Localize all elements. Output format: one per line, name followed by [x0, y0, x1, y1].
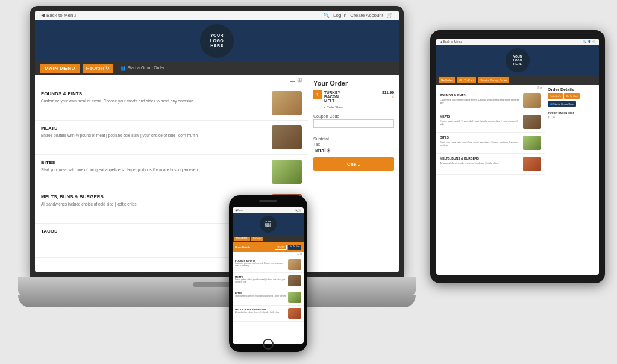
order-panel: Your Order 1 TURKEY BACON MELT $11.99 × … [308, 75, 399, 267]
laptop-base [18, 277, 416, 295]
order-item-remove-btn[interactable]: × [383, 95, 394, 99]
menu-item-image [272, 91, 302, 115]
tab-back-label[interactable]: ◀ Back to Menu [440, 40, 462, 43]
ph-menu-item[interactable]: MEATS Entrée platters with ½ pound of me… [233, 273, 304, 289]
tab-nav: ReOrder Go To Cart Start a Group Order [436, 75, 599, 85]
group-order-label: Start a Group Order [127, 66, 164, 70]
tab-order-items: TURKEY BACON MELT $11.99 [548, 111, 597, 119]
ph-menu-item[interactable]: BITES Start your meal with one of our gr… [233, 289, 304, 306]
create-account-link[interactable]: Create Account [350, 13, 383, 18]
login-link[interactable]: Log In [333, 13, 346, 18]
tab-reorder-btn[interactable]: ReOrder [439, 77, 455, 83]
tab-order-panel: Order Details ReOrder ↻ Go To Cart 👥 Sta… [545, 85, 599, 271]
order-divider [313, 133, 394, 133]
ph-cart-action[interactable]: Go To Cart [288, 245, 301, 250]
phone-speaker [259, 200, 277, 202]
grid-view-icon[interactable]: ⊞ [297, 77, 302, 83]
search-icon[interactable]: 🔍 [324, 13, 330, 18]
coupon-input[interactable] [313, 119, 394, 128]
order-item-row: 1 TURKEY BACON MELT $11.99 × [313, 90, 394, 103]
chevron-left-icon: ◀ [41, 13, 45, 18]
list-view-icon[interactable]: ☰ [290, 77, 295, 83]
back-to-menu-link[interactable]: ◀ Back to Menu [41, 13, 76, 18]
phone-device: ◀ Back 🔍 🛒 YOUR LOGO HERE MAIN MENU ReOr… [229, 195, 307, 352]
ph-menu-item[interactable]: POUNDS & PINTS Customize your own meal o… [233, 257, 304, 273]
tablet-device: ◀ Back to Menu 🔍 👤 🛒 YOUR LOGO HERE ReOr… [430, 30, 605, 283]
tab-menu-item[interactable]: MELTS, BUNS & BURGERS All sandwiches inc… [436, 154, 545, 175]
total-label: Total $ [313, 148, 330, 154]
ph-logo-circle: YOUR LOGO HERE [260, 216, 277, 233]
tab-order-title: Order Details [548, 87, 597, 92]
phone-screen: ◀ Back 🔍 🛒 YOUR LOGO HERE MAIN MENU ReOr… [233, 207, 304, 344]
order-item-price: $11.99 [382, 90, 394, 95]
ph-menu-img [288, 308, 301, 319]
ph-order-strip: Order Details ReOrder Go To Cart [233, 242, 304, 252]
main-menu-tab[interactable]: MAIN MENU [40, 64, 80, 73]
tab-menu-img [523, 93, 541, 108]
tablet-screen: ◀ Back to Menu 🔍 👤 🛒 YOUR LOGO HERE ReOr… [436, 39, 599, 275]
order-qty: 1 [313, 90, 322, 99]
menu-item-desc: Customize your own meal or event. Choose… [41, 98, 267, 104]
tax-label: Tax [313, 142, 320, 146]
ph-header: ◀ Back 🔍 🛒 [233, 207, 304, 213]
tab-cart-action[interactable]: Go To Cart [564, 93, 579, 99]
tab-menu-item[interactable]: POUNDS & PINTS Customize your own meal o… [436, 90, 545, 111]
menu-item-content: BITES Start your meal with one of our gr… [41, 160, 267, 184]
order-subtotal-row: Subtotal [313, 137, 394, 141]
header-right: 🔍 Log In Create Account 🛒 [324, 13, 393, 18]
tab-main: ☰ ⊞ POUNDS & PINTS Customize your own me… [436, 85, 599, 271]
subtotal-label: Subtotal [313, 137, 329, 141]
menu-item-title: BITES [41, 160, 267, 165]
ph-back-label[interactable]: ◀ Back [235, 209, 243, 212]
menu-item-title: MEATS [41, 125, 267, 131]
tab-menu-img [523, 136, 541, 150]
ph-reorder-action[interactable]: ReOrder [275, 245, 287, 250]
menu-item-image [272, 125, 302, 149]
reorder-tab[interactable]: ReOrder ↻ [83, 64, 114, 73]
menu-item-desc: Start your meal with one of our great ap… [41, 167, 267, 172]
phone-body: ◀ Back 🔍 🛒 YOUR LOGO HERE MAIN MENU ReOr… [229, 195, 307, 352]
logo-circle: YOUR LOGO HERE [200, 24, 234, 58]
tab-group-btn[interactable]: Start a Group Order [478, 77, 509, 83]
ph-view-icons: ☰ ⊞ [233, 252, 304, 257]
cart-icon[interactable]: 🛒 [387, 13, 393, 18]
ph-menu-img [288, 259, 301, 270]
checkout-button[interactable]: Che... [313, 157, 394, 171]
order-total-row: Total $ [313, 148, 394, 154]
menu-item-image [272, 160, 302, 184]
menu-item[interactable]: POUNDS & PINTS Customize your own meal o… [35, 86, 308, 121]
menu-item[interactable]: BITES Start your meal with one of our gr… [35, 155, 308, 189]
tab-reorder-action[interactable]: ReOrder ↻ [548, 93, 563, 99]
tab-header-icons: 🔍 👤 🛒 [583, 40, 595, 43]
menu-item[interactable]: MEATS Entrée platters with ½ pound of me… [35, 121, 308, 155]
group-order-link[interactable]: 👥 Start a Group Order [121, 66, 164, 71]
laptop-screen: ◀ Back to Menu 🔍 Log In Create Account 🛒… [35, 11, 399, 272]
ph-order-actions: ReOrder Go To Cart [275, 245, 301, 250]
order-tax-row: Tax [313, 142, 394, 146]
ph-logo-text: YOUR LOGO HERE [265, 221, 271, 228]
ph-menu-img [288, 275, 301, 286]
reorder-label: ReOrder [86, 66, 105, 71]
tab-cart-btn[interactable]: Go To Cart [457, 77, 476, 83]
order-sub-item: • Cole Slaw [313, 105, 394, 109]
laptop-device: ◀ Back to Menu 🔍 Log In Create Account 🛒… [18, 6, 416, 331]
menu-item-content: POUNDS & PINTS Customize your own meal o… [41, 91, 267, 115]
scene: ◀ Back to Menu 🔍 Log In Create Account 🛒… [0, 0, 617, 364]
ph-order-strip-title: Order Details [235, 246, 275, 249]
tab-logo-bar: YOUR LOGO HERE [436, 45, 599, 75]
tab-header: ◀ Back to Menu 🔍 👤 🛒 [436, 39, 599, 45]
phone-home-button[interactable] [263, 339, 274, 350]
tab-group-action[interactable]: 👥 Start a Group Order [548, 101, 576, 107]
ph-main-menu-btn[interactable]: MAIN MENU [234, 237, 250, 241]
ph-menu-item[interactable]: MELTS, BUNS & BURGERS All sandwiches inc… [233, 306, 304, 322]
logo-text: YOUR LOGO HERE [210, 33, 224, 48]
ph-logo-bar: YOUR LOGO HERE [233, 213, 304, 235]
tab-menu-img [523, 115, 541, 129]
coupon-section: Coupon Code [313, 114, 394, 128]
ph-reorder-btn[interactable]: ReOrder [251, 237, 263, 241]
tab-menu-item[interactable]: MEATS Entrée platters with ½ pound of me… [436, 111, 545, 133]
tab-menu-list: ☰ ⊞ POUNDS & PINTS Customize your own me… [436, 85, 545, 271]
ph-nav: MAIN MENU ReOrder [233, 235, 304, 242]
tab-menu-item[interactable]: BITES Start your meal with one of our gr… [436, 133, 545, 154]
back-label: Back to Menu [46, 13, 76, 18]
